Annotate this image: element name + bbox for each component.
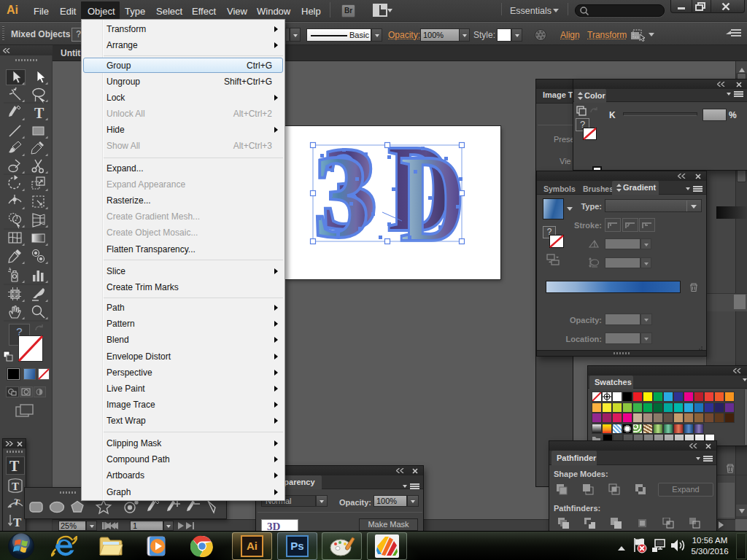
- svg-text:T: T: [13, 516, 22, 529]
- svg-text:T: T: [34, 105, 44, 121]
- svg-text:3: 3: [313, 131, 370, 262]
- svg-text:T: T: [12, 481, 19, 492]
- svg-text:D: D: [400, 129, 465, 267]
- svg-text:T: T: [12, 497, 20, 508]
